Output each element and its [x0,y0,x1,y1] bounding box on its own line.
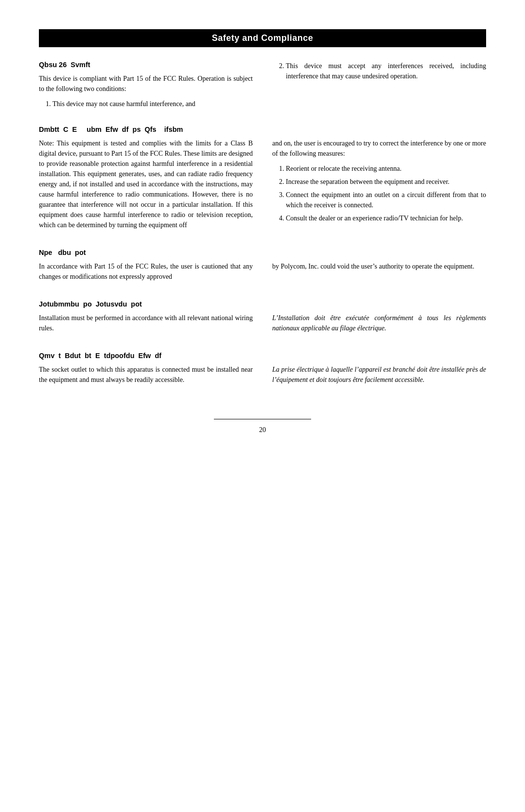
list-item: This device must accept any interference… [286,61,486,81]
part15-left: Qbsu 26 Svmft This device is compliant w… [39,61,253,112]
page-footer: 20 [214,419,311,434]
installation-left: Installation must be performed in accord… [39,313,253,338]
classb-right: and on, the user is encouraged to try to… [272,138,486,235]
installation-right: L’Installation doit être exécutée confor… [272,313,486,338]
socket-section: Qmv t Bdut bt E tdpoofdu Efw df The sock… [39,352,486,390]
modifications-section: Npe dbu pot In accordance with Part 15 o… [39,249,486,287]
classb-right-list: Reorient or relocate the receiving anten… [286,163,486,223]
modifications-right: by Polycom, Inc. could void the user’s a… [272,261,486,287]
modifications-left-para: In accordance with Part 15 of the FCC Ru… [39,261,253,282]
socket-right-para: La prise électrique à laquelle l’apparei… [272,364,486,385]
modifications-title: Npe dbu pot [39,249,486,256]
installation-left-para: Installation must be performed in accord… [39,313,253,333]
list-item: Reorient or relocate the receiving anten… [286,163,486,174]
list-item: Connect the equipment into an outlet on … [286,190,486,210]
classb-left: Note: This equipment is tested and compl… [39,138,253,235]
page-header: Safety and Compliance [39,29,486,47]
socket-left-para: The socket outlet to which this apparatu… [39,364,253,385]
part15-left-list: This device may not cause harmful interf… [52,99,253,109]
classb-left-para: Note: This equipment is tested and compl… [39,138,253,230]
modifications-left: In accordance with Part 15 of the FCC Ru… [39,261,253,287]
part15-title: Qbsu 26 Svmft [39,61,253,69]
part15-right-list: This device must accept any interference… [286,61,486,81]
socket-right: La prise électrique à laquelle l’apparei… [272,364,486,390]
socket-title: Qmv t Bdut bt E tdpoofdu Efw df [39,352,486,360]
part15-right: This device must accept any interference… [272,61,486,112]
part15-section: Qbsu 26 Svmft This device is compliant w… [39,61,486,112]
list-item: This device may not cause harmful interf… [52,99,253,109]
modifications-right-para: by Polycom, Inc. could void the user’s a… [272,261,486,271]
installation-section: Jotubmmbu po Jotusvdu pot Installation m… [39,300,486,338]
list-item: Increase the separation between the equi… [286,177,486,187]
list-item: Consult the dealer or an experience radi… [286,213,486,223]
part15-left-para: This device is compliant with Part 15 of… [39,73,253,94]
classb-right-para: and on, the user is encouraged to try to… [272,138,486,159]
socket-left: The socket outlet to which this apparatu… [39,364,253,390]
classb-title: Dmbtt C E ubm Efw df ps Qfs ifsbm [39,126,486,133]
page-number: 20 [214,426,311,434]
installation-title: Jotubmmbu po Jotusvdu pot [39,300,486,308]
classb-section: Dmbtt C E ubm Efw df ps Qfs ifsbm Note: … [39,126,486,235]
installation-right-para: L’Installation doit être exécutée confor… [272,313,486,333]
